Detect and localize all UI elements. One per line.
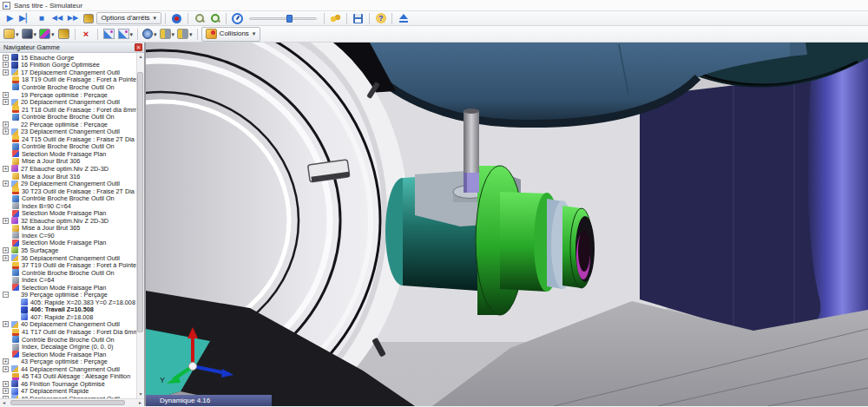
tool-vector-alt-icon[interactable]: ▾ [176,27,194,41]
tree-item[interactable]: 24 T15 Outil de Fraisage : Fraise 2T Dia… [0,135,136,143]
tree-item[interactable]: +35 Surfaçage [0,246,136,254]
tree-hscroll-thumb[interactable] [10,400,125,405]
tree-item[interactable]: Contrôle Broche Broche Outil On [0,83,136,91]
scroll-right-icon[interactable]: ▸ [136,399,144,407]
tree-item[interactable]: +22 Perçage optimisé : Perçage [0,121,136,128]
save-button[interactable] [351,12,365,25]
zoom-fit-icon[interactable] [207,12,222,25]
tree-item[interactable]: Mise à Jour Brut 316 [0,173,136,181]
rewind-button[interactable]: ◀◀ [49,12,64,25]
tree-item[interactable]: 45 T43 Outil Alésage : Alésage Finition [0,373,136,381]
tree-item[interactable]: +23 Déplacement Changement Outil [0,128,136,135]
scroll-left-icon[interactable]: ◂ [0,399,8,407]
fast-forward-button[interactable]: ▶▶ [65,12,80,25]
tree-item[interactable]: Contrôle Broche Broche Outil On [0,143,136,151]
tree-item[interactable]: Mise à Jour Brut 365 [0,225,136,233]
tree-item[interactable]: +19 Perçage optimisé : Perçage [0,91,136,99]
tree-item[interactable]: 37 T19 Outil de Fraisage : Foret à Point… [0,261,136,269]
fixture-display-icon[interactable] [56,27,71,41]
view-plane-alt-icon[interactable]: ▾ [117,27,135,41]
delete-marks-icon[interactable]: × [79,27,94,41]
expand-icon[interactable]: + [3,321,9,327]
tree-vscroll-thumb[interactable] [137,72,143,332]
tree-item[interactable]: +47 Déplacement Rapide [0,388,136,396]
tree-item[interactable]: +17 Déplacement Changement Outil [0,69,136,76]
tree-item[interactable]: 41 T17 Outil de Fraisage : Foret Dia 6mm [0,328,136,336]
tree-item[interactable]: 30 T23 Outil de Fraisage : Fraise 2T Dia… [0,187,136,195]
expand-icon[interactable]: + [3,388,9,394]
viewport-3d-scene[interactable]: X Y Z [146,43,868,406]
tree-item[interactable]: Index B=90 C=64 [0,202,136,210]
settings-gears-icon[interactable] [328,12,343,25]
zoom-tool-icon[interactable] [192,12,207,25]
tree-item[interactable]: 406: Travail Z=10.508 [0,306,136,314]
stop-button[interactable]: ■ [34,12,49,25]
expand-icon[interactable]: + [3,92,9,98]
tree-item[interactable]: +43 Perçage optimisé : Perçage [0,358,136,365]
play-button[interactable]: ▶ [3,12,17,25]
stop-options-button[interactable]: Options d'arrêts ▾ [96,12,161,24]
eject-button[interactable] [396,12,411,25]
tree-item[interactable]: +32 Ebauche optim.Niv Z 2D-3D [0,217,136,225]
tree-item[interactable]: +20 Déplacement Changement Outil [0,98,136,106]
tree-item[interactable]: +40 Déplacement Changement Outil [0,321,136,329]
machine-display-icon[interactable]: ▾ [21,27,38,41]
tree-horizontal-scrollbar[interactable]: ◂ ▸ [0,398,144,406]
simulation-viewport[interactable]: X Y Z Dynamique 4.16 [146,43,868,406]
stock-display-icon[interactable]: ▾ [3,27,20,41]
expand-icon[interactable]: + [3,366,9,372]
tree-item[interactable]: +16 Finition Gorge Optimisée [0,62,136,69]
expand-icon[interactable]: + [3,121,9,128]
tree-item[interactable]: Index C=90 [0,232,136,240]
speed-gauge-icon[interactable] [230,12,245,25]
expand-icon[interactable]: + [3,166,9,172]
view-plane-icon[interactable] [102,27,116,41]
tree-item[interactable]: Mise à Jour Brut 306 [0,158,136,166]
expand-icon[interactable]: + [3,99,9,105]
help-button[interactable]: ? [373,12,388,25]
tree-item[interactable]: 405: Rapide X=20.383 Y=0 Z=18.008 [0,299,136,306]
tree-item[interactable]: +27 Ebauche optim.Niv Z 2D-3D [0,165,136,173]
expand-icon[interactable]: + [3,55,9,61]
expand-icon[interactable]: + [3,218,9,224]
scroll-up-icon[interactable]: ▴ [137,53,144,61]
expand-icon[interactable]: + [3,69,9,75]
tree-item[interactable]: +44 Déplacement Changement Outil [0,365,136,373]
expand-icon[interactable]: + [3,128,9,135]
tree-item[interactable]: 407: Rapide Z=18.008 [0,313,136,321]
collisions-button[interactable]: Collisions ▾ [201,27,261,42]
tree-item[interactable]: Index, Décalage Origine (0, 0, 0) [0,343,136,351]
expand-icon[interactable]: + [3,62,9,68]
record-button[interactable] [169,12,184,25]
tree-item[interactable]: Selection Mode Fraisage Plan [0,351,136,358]
tree-item[interactable]: −39 Perçage optimisé : Perçage [0,292,136,299]
tool-vector-icon[interactable]: ▾ [159,27,176,41]
tree-item[interactable]: +36 Déplacement Changement Outil [0,254,136,262]
scroll-down-icon[interactable]: ▾ [137,391,144,398]
tree-item[interactable]: Contrôle Broche Broche Outil On [0,113,136,121]
tree-item[interactable]: Selection Mode Fraisage Plan [0,209,136,217]
collapse-icon[interactable]: − [3,292,9,298]
tree-item[interactable]: +15 Ebauche Gorge [0,54,136,62]
expand-icon[interactable]: + [3,181,9,187]
step-forward-button[interactable]: ▶▏ [18,12,33,25]
tree-item[interactable]: Selection Mode Fraisage Plan [0,150,136,158]
tree-item[interactable]: Index C=64 [0,276,136,284]
tree-item[interactable]: Contrôle Broche Broche Outil On [0,269,136,277]
expand-icon[interactable]: + [3,247,9,253]
tree-item[interactable]: 18 T19 Outil de Fraisage : Foret à Point… [0,76,136,84]
tree-item[interactable]: +46 Finition Tournage Optimisé [0,380,136,388]
close-panel-button[interactable]: × [135,43,142,51]
tree-item[interactable]: Selection Mode Fraisage Plan [0,284,136,292]
simulation-speed-slider[interactable] [249,15,317,23]
part-display-icon[interactable]: ▾ [38,27,56,41]
tree-item[interactable]: Contrôle Broche Broche Outil On [0,336,136,344]
tree-item[interactable]: 21 T18 Outil de Fraisage : Foret dia 8mm… [0,106,136,114]
expand-icon[interactable]: + [3,255,9,261]
tree-item[interactable]: +29 Déplacement Changement Outil [0,180,136,187]
expand-icon[interactable]: + [3,381,9,387]
tree-item[interactable]: Selection Mode Fraisage Plan [0,240,136,247]
go-to-end-icon[interactable] [81,12,95,25]
analysis-compass-icon[interactable]: ▾ [141,27,158,41]
expand-icon[interactable]: + [3,358,9,364]
